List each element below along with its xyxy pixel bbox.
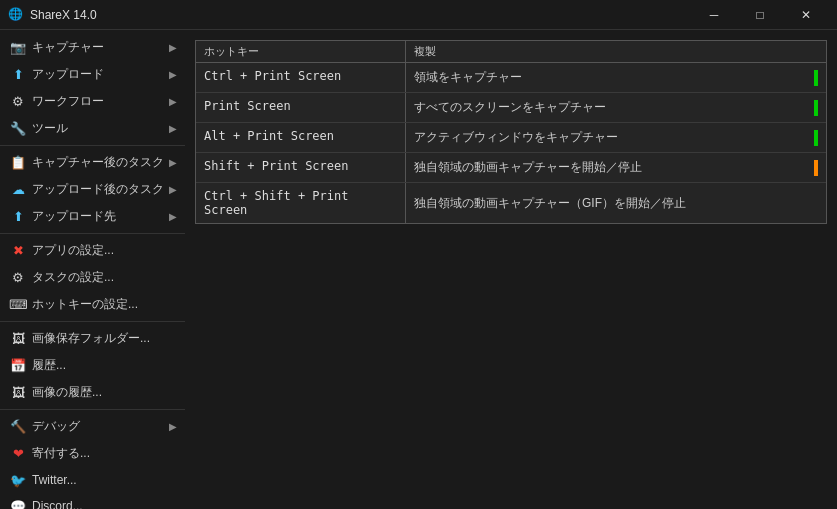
- sidebar-item-task-settings[interactable]: ⚙ タスクの設定...: [0, 264, 185, 291]
- sidebar-item-destinations[interactable]: ⬆ アップロード先 ▶: [0, 203, 185, 230]
- chevron-right-icon: ▶: [169, 184, 177, 195]
- divider-3: [0, 321, 185, 322]
- chevron-right-icon: ▶: [169, 42, 177, 53]
- sidebar-label-image-history: 画像の履歴...: [32, 384, 102, 401]
- debug-icon: 🔨: [10, 419, 26, 435]
- hotkey-key: Print Screen: [196, 93, 406, 122]
- sidebar-item-hotkey-settings[interactable]: ⌨ ホットキーの設定...: [0, 291, 185, 318]
- hotkey-settings-icon: ⌨: [10, 297, 26, 313]
- maximize-button[interactable]: □: [737, 0, 783, 30]
- table-row[interactable]: Ctrl + Shift + Print Screen 独自領域の動画キャプチャ…: [196, 183, 826, 223]
- sidebar-item-history[interactable]: 📅 履歴...: [0, 352, 185, 379]
- content-area: ホットキー 複製 Ctrl + Print Screen 領域をキャプチャー P…: [185, 30, 837, 509]
- sidebar-label-task-settings: タスクの設定...: [32, 269, 114, 286]
- table-row[interactable]: Print Screen すべてのスクリーンをキャプチャー: [196, 93, 826, 123]
- chevron-right-icon: ▶: [169, 157, 177, 168]
- status-indicator: [814, 70, 818, 86]
- sidebar-label-capture: キャプチャー: [32, 39, 104, 56]
- sidebar-label-discord: Discord...: [32, 499, 83, 509]
- hotkey-action-label: すべてのスクリーンをキャプチャー: [414, 99, 606, 116]
- hotkey-key: Ctrl + Print Screen: [196, 63, 406, 92]
- hotkey-action: 独自領域の動画キャプチャー（GIF）を開始／停止: [406, 183, 826, 223]
- hotkey-action: すべてのスクリーンをキャプチャー: [406, 93, 826, 122]
- sidebar-item-tools[interactable]: 🔧 ツール ▶: [0, 115, 185, 142]
- sidebar-label-destinations: アップロード先: [32, 208, 116, 225]
- sidebar-item-after-capture[interactable]: 📋 キャプチャー後のタスク ▶: [0, 149, 185, 176]
- chevron-right-icon: ▶: [169, 69, 177, 80]
- chevron-right-icon: ▶: [169, 96, 177, 107]
- workflow-icon: ⚙: [10, 94, 26, 110]
- hotkey-action-label: 独自領域の動画キャプチャー（GIF）を開始／停止: [414, 195, 686, 212]
- table-row[interactable]: Alt + Print Screen アクティブウィンドウをキャプチャー: [196, 123, 826, 153]
- app-settings-icon: ✖: [10, 243, 26, 259]
- sidebar-item-donate[interactable]: ❤ 寄付する...: [0, 440, 185, 467]
- sidebar-label-twitter: Twitter...: [32, 473, 77, 487]
- hotkey-action: 領域をキャプチャー: [406, 63, 826, 92]
- status-indicator: [814, 130, 818, 146]
- divider-2: [0, 233, 185, 234]
- sidebar-label-after-upload: アップロード後のタスク: [32, 181, 164, 198]
- hotkey-key: Shift + Print Screen: [196, 153, 406, 182]
- sidebar-item-app-settings[interactable]: ✖ アプリの設定...: [0, 237, 185, 264]
- sidebar: 📷 キャプチャー ▶ ⬆ アップロード ▶ ⚙ ワークフロー ▶ 🔧 ツール ▶…: [0, 30, 185, 509]
- destinations-icon: ⬆: [10, 209, 26, 225]
- discord-icon: 💬: [10, 498, 26, 509]
- divider-4: [0, 409, 185, 410]
- after-upload-icon: ☁: [10, 182, 26, 198]
- sidebar-label-history: 履歴...: [32, 357, 66, 374]
- sidebar-label-upload: アップロード: [32, 66, 104, 83]
- hotkey-table: ホットキー 複製 Ctrl + Print Screen 領域をキャプチャー P…: [195, 40, 827, 224]
- status-indicator: [814, 160, 818, 176]
- sidebar-item-twitter[interactable]: 🐦 Twitter...: [0, 467, 185, 493]
- history-icon: 📅: [10, 358, 26, 374]
- col-header-copy: 複製: [406, 41, 826, 62]
- capture-icon: 📷: [10, 40, 26, 56]
- sidebar-item-image-folder[interactable]: 🖼 画像保存フォルダー...: [0, 325, 185, 352]
- sidebar-label-tools: ツール: [32, 120, 68, 137]
- chevron-right-icon: ▶: [169, 421, 177, 432]
- tools-icon: 🔧: [10, 121, 26, 137]
- app-icon: 🌐: [8, 7, 24, 23]
- close-button[interactable]: ✕: [783, 0, 829, 30]
- sidebar-label-image-folder: 画像保存フォルダー...: [32, 330, 150, 347]
- after-capture-icon: 📋: [10, 155, 26, 171]
- sidebar-label-app-settings: アプリの設定...: [32, 242, 114, 259]
- sidebar-item-after-upload[interactable]: ☁ アップロード後のタスク ▶: [0, 176, 185, 203]
- sidebar-label-hotkey-settings: ホットキーの設定...: [32, 296, 138, 313]
- task-settings-icon: ⚙: [10, 270, 26, 286]
- hotkey-action: 独自領域の動画キャプチャーを開始／停止: [406, 153, 826, 182]
- sidebar-item-discord[interactable]: 💬 Discord...: [0, 493, 185, 509]
- divider-1: [0, 145, 185, 146]
- upload-icon: ⬆: [10, 67, 26, 83]
- table-row[interactable]: Shift + Print Screen 独自領域の動画キャプチャーを開始／停止: [196, 153, 826, 183]
- main-layout: 📷 キャプチャー ▶ ⬆ アップロード ▶ ⚙ ワークフロー ▶ 🔧 ツール ▶…: [0, 30, 837, 509]
- hotkey-action-label: アクティブウィンドウをキャプチャー: [414, 129, 618, 146]
- titlebar: 🌐 ShareX 14.0 ─ □ ✕: [0, 0, 837, 30]
- hotkey-table-header: ホットキー 複製: [196, 41, 826, 63]
- sidebar-label-after-capture: キャプチャー後のタスク: [32, 154, 164, 171]
- minimize-button[interactable]: ─: [691, 0, 737, 30]
- sidebar-label-workflow: ワークフロー: [32, 93, 104, 110]
- sidebar-item-capture[interactable]: 📷 キャプチャー ▶: [0, 34, 185, 61]
- hotkey-key: Alt + Print Screen: [196, 123, 406, 152]
- sidebar-label-debug: デバッグ: [32, 418, 80, 435]
- col-header-hotkey: ホットキー: [196, 41, 406, 62]
- image-history-icon: 🖼: [10, 385, 26, 401]
- status-indicator: [814, 100, 818, 116]
- table-row[interactable]: Ctrl + Print Screen 領域をキャプチャー: [196, 63, 826, 93]
- twitter-icon: 🐦: [10, 472, 26, 488]
- chevron-right-icon: ▶: [169, 123, 177, 134]
- app-title: ShareX 14.0: [30, 8, 691, 22]
- image-folder-icon: 🖼: [10, 331, 26, 347]
- sidebar-item-image-history[interactable]: 🖼 画像の履歴...: [0, 379, 185, 406]
- hotkey-action: アクティブウィンドウをキャプチャー: [406, 123, 826, 152]
- donate-icon: ❤: [10, 446, 26, 462]
- sidebar-item-debug[interactable]: 🔨 デバッグ ▶: [0, 413, 185, 440]
- sidebar-item-upload[interactable]: ⬆ アップロード ▶: [0, 61, 185, 88]
- sidebar-label-donate: 寄付する...: [32, 445, 90, 462]
- sidebar-item-workflow[interactable]: ⚙ ワークフロー ▶: [0, 88, 185, 115]
- hotkey-action-label: 領域をキャプチャー: [414, 69, 522, 86]
- hotkey-action-label: 独自領域の動画キャプチャーを開始／停止: [414, 159, 642, 176]
- hotkey-key: Ctrl + Shift + Print Screen: [196, 183, 406, 223]
- chevron-right-icon: ▶: [169, 211, 177, 222]
